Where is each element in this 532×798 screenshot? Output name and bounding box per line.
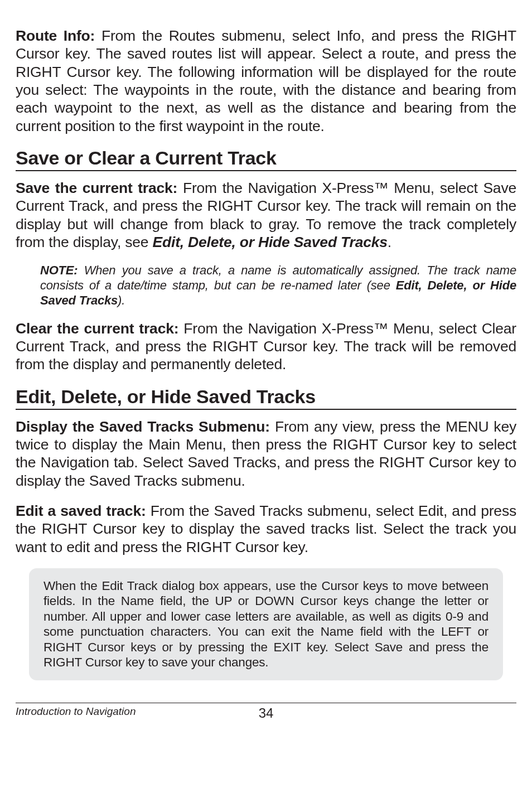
paragraph-display-submenu: Display the Saved Tracks Submenu: From a… xyxy=(16,418,516,490)
lead-display-submenu: Display the Saved Tracks Submenu: xyxy=(16,418,270,435)
lead-route-info: Route Info: xyxy=(16,27,95,44)
note-block: NOTE: When you save a track, a name is a… xyxy=(40,263,516,308)
footer-page-number: 34 xyxy=(259,705,274,721)
paragraph-route-info: Route Info: From the Routes submenu, sel… xyxy=(16,27,516,135)
footer: Introduction to Navigation 34 xyxy=(16,705,516,721)
note-label: NOTE: xyxy=(40,263,78,277)
heading-edit-delete-hide: Edit, Delete, or Hide Saved Tracks xyxy=(16,386,516,410)
footer-rule xyxy=(16,703,516,703)
lead-edit-saved: Edit a saved track: xyxy=(16,502,146,519)
paragraph-clear-track: Clear the current track: From the Naviga… xyxy=(16,320,516,374)
text-save-track-2: . xyxy=(388,234,391,250)
callout-edit-track-dialog: When the Edit Track dialog box appears, … xyxy=(29,568,503,680)
heading-save-clear-track: Save or Clear a Current Track xyxy=(16,147,516,171)
lead-save-track: Save the current track: xyxy=(16,180,177,196)
footer-section-title: Introduction to Navigation xyxy=(16,705,136,718)
paragraph-save-track: Save the current track: From the Navigat… xyxy=(16,179,516,251)
note-text-2: ). xyxy=(118,293,125,307)
ref-edit-delete-hide-1: Edit, Delete, or Hide Saved Tracks xyxy=(153,234,388,250)
paragraph-edit-saved: Edit a saved track: From the Saved Track… xyxy=(16,502,516,556)
lead-clear-track: Clear the current track: xyxy=(16,320,178,337)
